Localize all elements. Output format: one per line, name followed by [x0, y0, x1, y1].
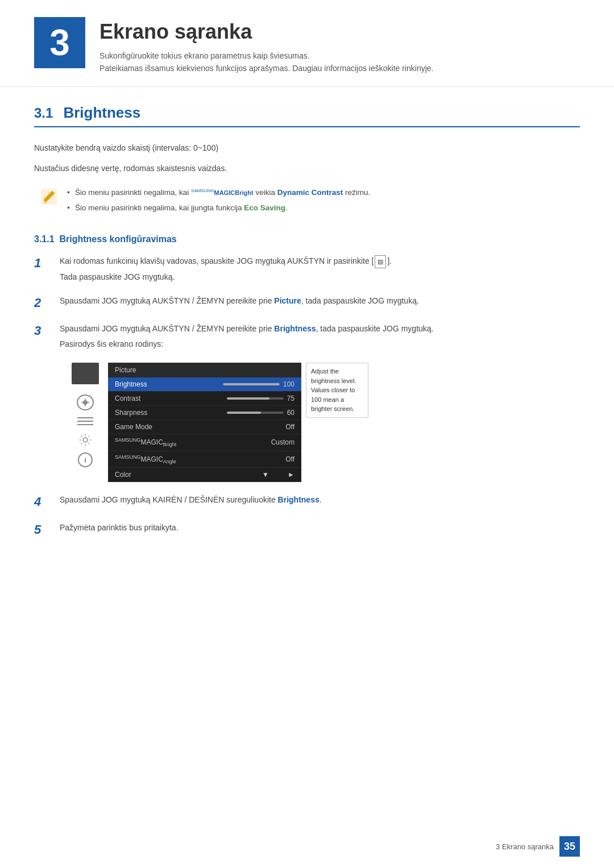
section-number: 3.1 — [34, 105, 53, 121]
contrast-bar-fill — [227, 397, 269, 400]
menu-panel-header: Picture — [108, 363, 301, 377]
body-para1: Nustatykite bendrą vaizdo skaistį (inter… — [34, 142, 580, 155]
joystick-icon — [77, 394, 94, 410]
brightness-bar-bg — [223, 383, 280, 385]
step-1: 1 Kai rodomas funkcinių klavišų vadovas,… — [34, 255, 580, 284]
info-icon: i — [78, 452, 93, 467]
sharpness-bar-fill — [227, 412, 261, 414]
monitor-sidebar: i — [68, 363, 102, 467]
monitor-display-icon — [72, 363, 99, 384]
main-content: 3.1 Brightness Nustatykite bendrą vaizdo… — [0, 104, 614, 583]
menu-row-gamemode: Game Mode Off — [108, 420, 301, 434]
note-icon — [40, 188, 58, 206]
screenshot-container: i Picture Brightness 100 Contrast — [68, 363, 580, 482]
menu-lines-icon — [77, 415, 93, 427]
contrast-bar-bg — [227, 397, 284, 400]
chapter-subtitle2: Pateikiamas išsamus kiekvienos funkcijos… — [99, 62, 433, 74]
menu-row-color: Color ▼ ► — [108, 468, 301, 482]
menu-row-brightness: Brightness 100 — [108, 377, 301, 392]
settings-gear-icon — [77, 432, 93, 448]
chapter-title-block: Ekrano sąranka Sukonfigūruokite tokius e… — [99, 17, 433, 75]
step-3: 3 Spausdami JOG mygtuką AUKŠTYN / ŽEMYN … — [34, 322, 580, 352]
step-4: 4 Spausdami JOG mygtuką KAIRĖN / DEŠINĖN… — [34, 493, 580, 511]
subsection-heading: 3.1.1 Brightness konfigūravimas — [34, 234, 580, 244]
footer-text: 3 Ekrano sąranka — [496, 842, 554, 851]
menu-row-magicbright: SAMSUNGMAGICBright Custom — [108, 434, 301, 451]
step-2: 2 Spausdami JOG mygtuką AUKŠTYN / ŽEMYN … — [34, 294, 580, 312]
menu-panel: Picture Brightness 100 Contrast — [108, 363, 301, 482]
note-block: Šio meniu pasirinkti negalima, kai SAMSU… — [40, 186, 580, 217]
step-5: 5 Pažymėta parinktis bus pritaikyta. — [34, 521, 580, 539]
brightness-bar-fill — [223, 383, 280, 385]
chapter-number: 3 — [34, 17, 85, 68]
sharpness-bar-bg — [227, 412, 284, 414]
page-footer: 3 Ekrano sąranka 35 — [496, 836, 580, 857]
note-item-2: Šio meniu pasirinkti negalima, kai įjung… — [65, 202, 370, 215]
menu-row-contrast: Contrast 75 — [108, 392, 301, 406]
section-title: Brightness — [63, 104, 140, 122]
chapter-header: 3 Ekrano sąranka Sukonfigūruokite tokius… — [0, 0, 614, 87]
chapter-subtitle1: Sukonfigūruokite tokius ekrano parametru… — [99, 49, 433, 62]
note-list: Šio meniu pasirinkti negalima, kai SAMSU… — [65, 186, 370, 217]
tooltip-box: Adjust the brightness level. Values clos… — [306, 363, 368, 418]
menu-icon-inline: ▤ — [375, 255, 386, 268]
chapter-title: Ekrano sąranka — [99, 20, 433, 44]
menu-row-magicangle: SAMSUNGMAGICAngle Off — [108, 451, 301, 468]
menu-row-sharpness: Sharpness 60 — [108, 406, 301, 420]
section-heading: 3.1 Brightness — [34, 104, 580, 127]
footer-page-number: 35 — [559, 836, 580, 857]
body-para2: Nustačius didesnę vertę, rodomas skaiste… — [34, 162, 580, 176]
note-item-1: Šio meniu pasirinkti negalima, kai SAMSU… — [65, 186, 370, 200]
svg-point-1 — [83, 400, 88, 405]
svg-point-6 — [83, 438, 88, 442]
